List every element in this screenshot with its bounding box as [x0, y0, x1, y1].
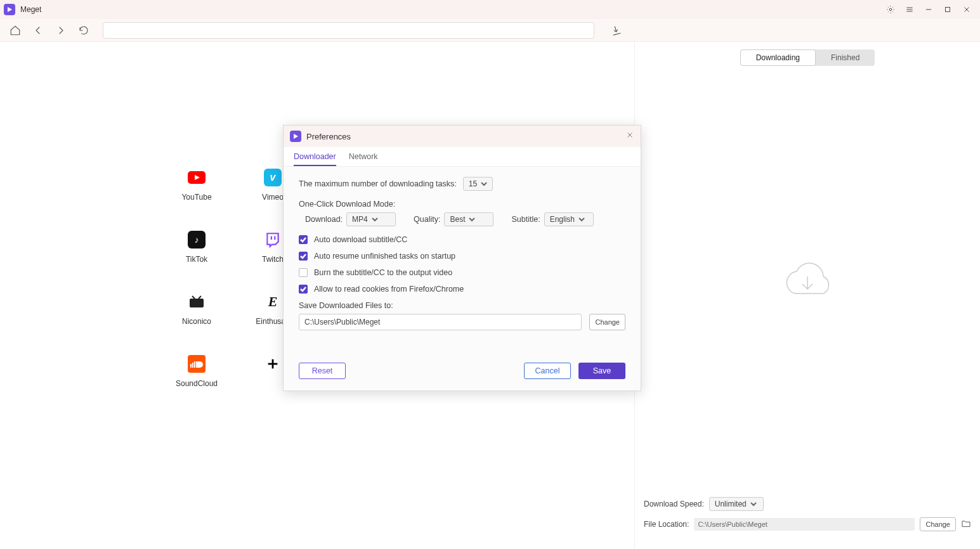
- reload-button[interactable]: [76, 23, 91, 38]
- site-label: SoundCloud: [176, 379, 218, 388]
- reset-button[interactable]: Reset: [299, 363, 346, 379]
- download-label: Download:: [305, 215, 343, 224]
- save-label: Save Downloaded Files to:: [299, 301, 625, 310]
- quick-download-button[interactable]: [608, 23, 624, 38]
- subtitle-select[interactable]: English: [544, 212, 594, 226]
- chk-burn-label: Burn the subtitle/CC to the output video: [314, 268, 452, 277]
- max-tasks-select[interactable]: 15: [463, 177, 493, 191]
- empty-state: [635, 72, 980, 489]
- chevron-down-icon: [469, 216, 475, 223]
- nav-bar: [0, 19, 980, 42]
- site-youtube[interactable]: YouTube: [159, 169, 235, 231]
- title-bar: Meget: [0, 0, 980, 19]
- svg-rect-14: [190, 364, 192, 368]
- site-label: Vimeo: [262, 193, 284, 202]
- svg-rect-11: [190, 299, 204, 307]
- tab-downloading[interactable]: Downloading: [740, 49, 816, 66]
- app-icon: [4, 4, 15, 15]
- max-tasks-value: 15: [469, 179, 477, 188]
- close-button[interactable]: [957, 0, 976, 19]
- close-icon[interactable]: [625, 131, 634, 142]
- location-change-button[interactable]: Change: [920, 517, 956, 531]
- site-label: Twitch: [262, 255, 284, 264]
- location-label: File Location:: [644, 520, 689, 529]
- site-label: TikTok: [186, 255, 207, 264]
- menu-icon[interactable]: [900, 0, 919, 19]
- home-button[interactable]: [8, 23, 23, 38]
- download-tabs: Downloading Finished: [740, 49, 875, 66]
- chk-burn[interactable]: [299, 268, 308, 277]
- tab-finished[interactable]: Finished: [816, 49, 875, 66]
- gear-icon[interactable]: [881, 0, 900, 19]
- chk-auto-sub-label: Auto download subtitle/CC: [314, 235, 407, 244]
- site-niconico[interactable]: Niconico: [159, 293, 235, 355]
- subtitle-value: English: [550, 215, 575, 224]
- app-icon: [290, 131, 301, 142]
- location-path: C:\Users\Public\Meget: [694, 518, 915, 531]
- save-path-change-button[interactable]: Change: [589, 314, 625, 330]
- svg-rect-5: [946, 8, 950, 12]
- tab-network[interactable]: Network: [349, 147, 378, 166]
- max-tasks-label: The maximum number of downloading tasks:: [299, 179, 457, 188]
- address-bar[interactable]: [103, 22, 594, 39]
- maximize-button[interactable]: [938, 0, 957, 19]
- quality-value: Best: [450, 215, 465, 224]
- chevron-down-icon: [481, 181, 487, 187]
- folder-icon[interactable]: [961, 519, 971, 531]
- download-format-value: MP4: [352, 215, 368, 224]
- svg-point-0: [889, 8, 892, 11]
- save-path-input[interactable]: [299, 314, 582, 330]
- prefs-tabs: Downloader Network: [284, 147, 641, 167]
- chk-cookies[interactable]: [299, 285, 308, 294]
- dialog-header: Preferences: [284, 126, 641, 147]
- svg-rect-15: [192, 363, 193, 368]
- app-title: Meget: [20, 5, 41, 14]
- chk-auto-resume[interactable]: [299, 252, 308, 261]
- svg-rect-16: [194, 361, 195, 368]
- subtitle-label: Subtitle:: [511, 215, 540, 224]
- cancel-button[interactable]: Cancel: [524, 363, 571, 379]
- speed-select[interactable]: Unlimited: [709, 497, 764, 511]
- site-label: YouTube: [181, 193, 211, 202]
- save-button[interactable]: Save: [578, 363, 625, 379]
- download-format-select[interactable]: MP4: [346, 212, 396, 226]
- site-soundcloud[interactable]: SoundCloud: [159, 355, 235, 417]
- tab-downloader[interactable]: Downloader: [294, 147, 336, 166]
- quality-select[interactable]: Best: [444, 212, 493, 226]
- speed-label: Download Speed:: [644, 500, 704, 508]
- svg-line-13: [199, 296, 201, 299]
- chevron-down-icon: [750, 501, 757, 507]
- chevron-down-icon: [372, 216, 378, 223]
- forward-button[interactable]: [53, 23, 69, 38]
- site-tiktok[interactable]: ♪ TikTok: [159, 231, 235, 293]
- chevron-down-icon: [578, 216, 585, 223]
- quality-label: Quality:: [414, 215, 440, 224]
- svg-line-12: [192, 296, 195, 299]
- chk-auto-sub[interactable]: [299, 235, 308, 244]
- back-button[interactable]: [30, 23, 46, 38]
- preferences-dialog: Preferences Downloader Network The maxim…: [283, 125, 641, 391]
- dialog-title: Preferences: [306, 132, 351, 141]
- speed-value: Unlimited: [715, 500, 747, 508]
- chk-cookies-label: Allow to read cookies from Firefox/Chrom…: [314, 285, 464, 294]
- download-panel: Downloading Finished Download Speed: Unl…: [634, 42, 980, 549]
- chk-auto-resume-label: Auto resume unfinished tasks on startup: [314, 252, 455, 261]
- minimize-button[interactable]: [919, 0, 938, 19]
- oneclick-label: One-Click Download Mode:: [299, 200, 625, 209]
- site-label: Niconico: [182, 317, 211, 326]
